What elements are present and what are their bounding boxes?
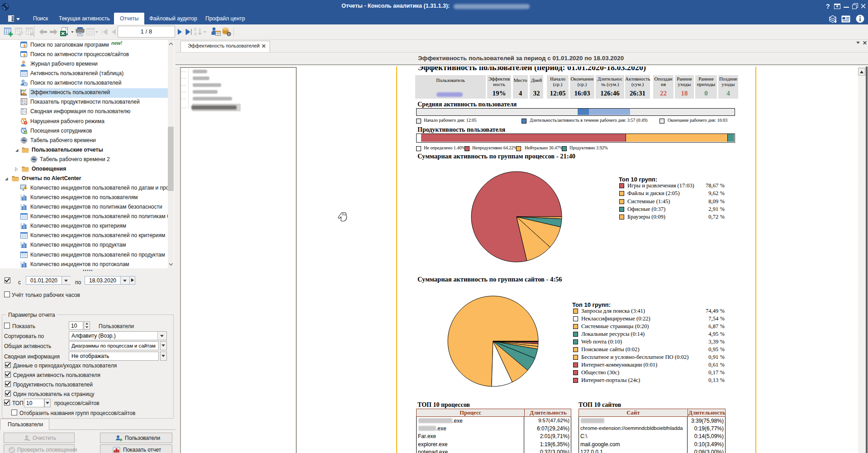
svg-text:Z: Z [194, 27, 197, 32]
svg-text:A: A [194, 32, 197, 36]
